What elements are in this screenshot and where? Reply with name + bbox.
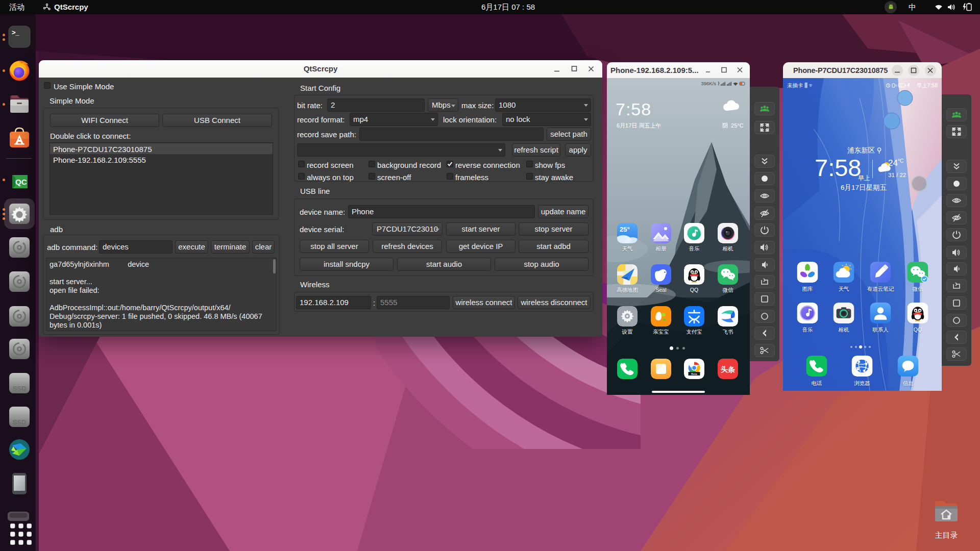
svg-text:QC: QC: [15, 178, 27, 186]
svg-text:>_: >_: [12, 29, 20, 36]
svg-text:SSD: SSD: [13, 385, 27, 392]
svg-text:Beta: Beta: [691, 372, 697, 375]
svg-text:头条: 头条: [721, 365, 736, 373]
svg-text:25°: 25°: [620, 226, 630, 233]
svg-text:90: 90: [899, 84, 902, 87]
svg-text:SSD: SSD: [13, 418, 27, 426]
